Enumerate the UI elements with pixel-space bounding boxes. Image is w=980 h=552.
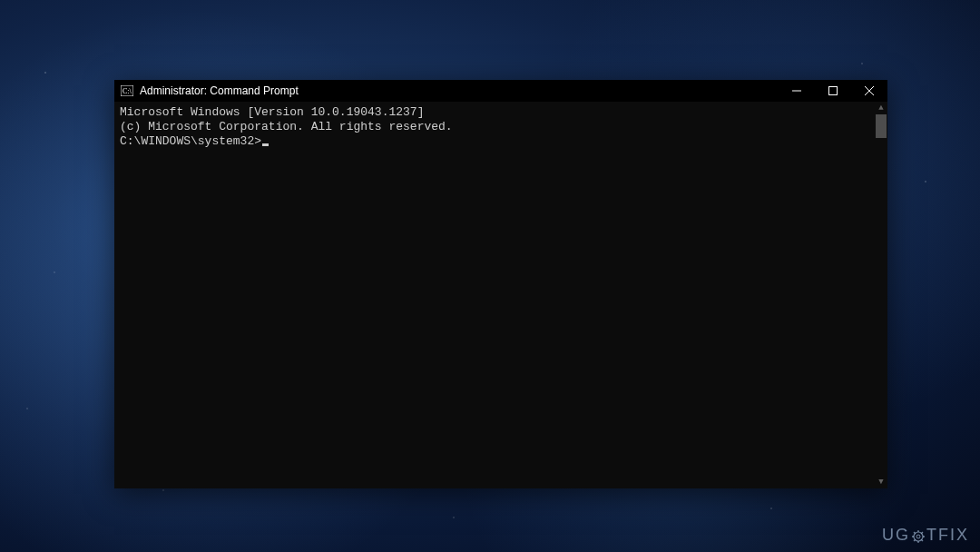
gear-icon	[911, 529, 926, 544]
terminal-prompt: C:\WINDOWS\system32>	[120, 134, 261, 149]
watermark-text-2: TFIX	[926, 526, 969, 545]
watermark-text-1: UG	[882, 526, 910, 545]
watermark: UG TFIX	[882, 526, 969, 545]
scroll-track[interactable]	[875, 138, 887, 476]
scroll-down-icon[interactable]: ▼	[875, 476, 887, 488]
terminal-body[interactable]: Microsoft Windows [Version 10.0.19043.12…	[114, 102, 887, 488]
svg-rect-3	[829, 87, 838, 95]
maximize-button[interactable]	[815, 80, 851, 102]
close-button[interactable]	[851, 80, 887, 102]
cursor-icon	[262, 143, 269, 146]
svg-line-15	[922, 532, 924, 534]
scrollbar[interactable]: ▲ ▼	[875, 102, 887, 488]
minimize-button[interactable]	[779, 80, 815, 102]
svg-line-13	[922, 539, 924, 541]
terminal-prompt-line: C:\WINDOWS\system32>	[120, 134, 882, 149]
svg-line-12	[914, 532, 916, 534]
svg-point-7	[916, 535, 920, 538]
terminal-output-line: Microsoft Windows [Version 10.0.19043.12…	[120, 105, 882, 120]
svg-text:C:\: C:\	[122, 87, 132, 95]
cmd-icon: C:\	[120, 84, 134, 98]
svg-line-14	[914, 539, 916, 541]
titlebar[interactable]: C:\ Administrator: Command Prompt	[114, 80, 887, 102]
terminal-output-line: (c) Microsoft Corporation. All rights re…	[120, 120, 882, 134]
window-controls	[779, 80, 887, 102]
window-title: Administrator: Command Prompt	[140, 84, 779, 97]
command-prompt-window: C:\ Administrator: Command Prompt Micros…	[114, 80, 887, 488]
scroll-thumb[interactable]	[876, 114, 887, 138]
scroll-up-icon[interactable]: ▲	[875, 102, 887, 114]
